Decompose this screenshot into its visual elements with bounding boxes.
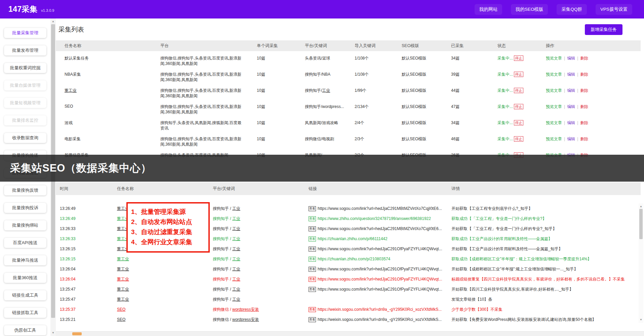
sidebar-item-17[interactable]: 链接抓取工具 bbox=[4, 308, 46, 318]
log-url[interactable]: https://www.sogou.com/link?url=hedJjaC29… bbox=[318, 226, 442, 231]
view-badge[interactable]: 查看 bbox=[309, 267, 316, 272]
delete-link[interactable]: 删除 bbox=[580, 56, 588, 61]
log-url[interactable]: https://zhuanlan.zhihu.com/p/210803574 bbox=[318, 257, 390, 261]
sidebar-item-7[interactable]: 收录数据查询 bbox=[4, 133, 46, 143]
preview-article-link[interactable]: 预览文章 bbox=[546, 72, 562, 77]
log-task-link[interactable]: 重工业 bbox=[117, 257, 129, 261]
delete-link[interactable]: 删除 bbox=[580, 88, 588, 93]
sidebar-item-2[interactable]: 批量发布管理 bbox=[4, 45, 46, 55]
preview-article-link[interactable]: 预览文章 bbox=[546, 104, 562, 109]
nav-item-3[interactable]: 采集QQ群 bbox=[557, 4, 587, 15]
view-badge[interactable]: 查看 bbox=[309, 257, 316, 262]
view-badge[interactable]: 查看 bbox=[309, 277, 316, 282]
task-name[interactable]: 重工业 bbox=[65, 88, 160, 101]
sidebar-item-13[interactable]: 百度API推送 bbox=[4, 238, 46, 248]
view-badge[interactable]: 查看 bbox=[309, 206, 316, 211]
log-keyword-link[interactable]: wordpress安装 bbox=[232, 307, 259, 312]
log-keyword-link[interactable]: 工业 bbox=[232, 297, 240, 302]
preview-article-link[interactable]: 预览文章 bbox=[546, 137, 562, 141]
log-keyword-link[interactable]: 工业 bbox=[232, 277, 240, 282]
log-url[interactable]: https://www.sogou.com/link?url=hedJjaC29… bbox=[318, 267, 442, 271]
edit-link[interactable]: 编辑 bbox=[567, 56, 575, 61]
log-url[interactable]: https://www.zhihu.com/question/324787199… bbox=[318, 216, 431, 221]
view-badge[interactable]: 查看 bbox=[309, 247, 316, 252]
sidebar-item-18[interactable]: 伪原创工具 bbox=[4, 325, 46, 335]
promo-line-3: 3、自动过滤重复采集 bbox=[131, 227, 207, 237]
delete-link[interactable]: 删除 bbox=[580, 120, 588, 125]
log-url[interactable]: https://www.sogou.com/link?url=hedJjaC29… bbox=[318, 247, 442, 251]
view-badge[interactable]: 查看 bbox=[309, 236, 316, 241]
sidebar-item-12[interactable]: 批量搜狗绑站 bbox=[4, 220, 46, 230]
per-word-count: 10篇 bbox=[257, 136, 305, 149]
seo-template: 默认SEO模版 bbox=[402, 72, 451, 84]
imported-keywords: 1/99个 bbox=[355, 88, 402, 101]
view-badge[interactable]: 查看 bbox=[309, 287, 316, 292]
sidebar-item-16[interactable]: 链接生成工具 bbox=[4, 290, 46, 300]
log-task-link[interactable]: SEO bbox=[117, 317, 125, 322]
log-keyword-link[interactable]: 工业 bbox=[232, 216, 240, 221]
log-scrollbar-down-icon[interactable]: ▼ bbox=[639, 318, 643, 322]
log-keyword-link[interactable]: 工业 bbox=[232, 206, 240, 211]
log-url[interactable]: https://weixin.sogou.com/link?url=dn9a_-… bbox=[318, 317, 442, 322]
sidebar-item-11[interactable]: 批量搜狗投诉 bbox=[4, 203, 46, 213]
log-task-link[interactable]: 重工业 bbox=[117, 297, 129, 302]
view-badge[interactable]: 查看 bbox=[309, 317, 316, 322]
log-url[interactable]: https://weixin.sogou.com/link?url=dn9a_-… bbox=[318, 307, 442, 312]
log-keyword-link[interactable]: wordpress安装 bbox=[232, 317, 259, 322]
log-url[interactable]: https://www.sogou.com/link?url=hedJjaC29… bbox=[318, 277, 442, 282]
stop-button[interactable]: 停止 bbox=[514, 72, 523, 77]
stop-button[interactable]: 停止 bbox=[514, 120, 523, 125]
horizontal-scrollbar-thumb[interactable] bbox=[72, 332, 82, 335]
sidebar-item-10[interactable]: 批量搜狗反馈 bbox=[4, 185, 46, 195]
edit-link[interactable]: 编辑 bbox=[567, 88, 575, 93]
log-scrollbar[interactable]: ▲ ▼ bbox=[639, 203, 643, 323]
preview-article-link[interactable]: 预览文章 bbox=[546, 56, 562, 61]
scrollbar-up-icon[interactable]: ▲ bbox=[50, 20, 56, 23]
edit-link[interactable]: 编辑 bbox=[567, 120, 575, 125]
log-keyword-link[interactable]: 工业 bbox=[232, 247, 240, 251]
log-keyword-link[interactable]: 工业 bbox=[232, 226, 240, 231]
log-keyword-link[interactable]: 工业 bbox=[232, 267, 240, 271]
view-badge[interactable]: 查看 bbox=[309, 307, 316, 312]
delete-link[interactable]: 删除 bbox=[580, 104, 588, 109]
edit-link[interactable]: 编辑 bbox=[567, 72, 575, 77]
log-keyword-link[interactable]: 工业 bbox=[232, 236, 240, 241]
stop-button[interactable]: 停止 bbox=[514, 55, 523, 61]
horizontal-scrollbar[interactable] bbox=[56, 331, 644, 336]
log-platform-keyword: 搜狗知乎 / 工业 bbox=[213, 203, 309, 214]
stop-button[interactable]: 停止 bbox=[514, 88, 523, 93]
log-task-link[interactable]: 重工业 bbox=[117, 287, 129, 292]
sidebar-item-15[interactable]: 批量360推送 bbox=[4, 273, 46, 283]
log-task-link[interactable]: SEO bbox=[117, 307, 125, 312]
edit-link[interactable]: 编辑 bbox=[567, 137, 575, 141]
add-task-button[interactable]: 新增采集任务 bbox=[585, 24, 622, 35]
log-task-link[interactable]: 重工业 bbox=[117, 277, 129, 282]
log-keyword-link[interactable]: 工业 bbox=[232, 287, 240, 292]
log-keyword-link[interactable]: 工业 bbox=[232, 257, 240, 261]
sidebar-item-3[interactable]: 批量权重词挖掘 bbox=[4, 63, 46, 73]
scrollbar-down-icon[interactable]: ▼ bbox=[50, 331, 56, 335]
view-badge[interactable]: 查看 bbox=[309, 226, 316, 231]
preview-article-link[interactable]: 预览文章 bbox=[546, 88, 562, 93]
sidebar-item-1[interactable]: 批量采集管理 bbox=[4, 28, 46, 38]
delete-link[interactable]: 删除 bbox=[580, 72, 588, 77]
nav-item-4[interactable]: VPS拨号设置 bbox=[596, 4, 632, 15]
nav-item-2[interactable]: 我的SEO模版 bbox=[511, 4, 548, 15]
log-url[interactable]: https://www.sogou.com/link?url=hedJjaC29… bbox=[318, 206, 442, 211]
stop-button[interactable]: 停止 bbox=[514, 104, 523, 109]
log-url[interactable]: https://zhuanlan.zhihu.com/p/66111442 bbox=[318, 236, 388, 241]
delete-link[interactable]: 删除 bbox=[580, 137, 588, 141]
preview-article-link[interactable]: 预览文章 bbox=[546, 120, 562, 125]
separator: | bbox=[564, 104, 565, 109]
log-url[interactable]: https://www.sogou.com/link?url=hedJjaC29… bbox=[318, 287, 442, 292]
log-detail: 开始获取【成都郫都区工业"半年报":规上工业增加值增幅较一..._知乎】 bbox=[451, 264, 638, 274]
log-scrollbar-thumb[interactable] bbox=[639, 209, 643, 239]
log-task-link[interactable]: 重工业 bbox=[117, 267, 129, 271]
view-badge[interactable]: 查看 bbox=[309, 216, 316, 221]
sidebar-item-14[interactable]: 批量神马推送 bbox=[4, 255, 46, 265]
stop-button[interactable]: 停止 bbox=[514, 136, 523, 142]
edit-link[interactable]: 编辑 bbox=[567, 104, 575, 109]
nav-item-1[interactable]: 我的网站 bbox=[475, 4, 502, 15]
log-scrollbar-up-icon[interactable]: ▲ bbox=[639, 205, 643, 208]
keyword-link[interactable]: 工业 bbox=[322, 88, 330, 93]
